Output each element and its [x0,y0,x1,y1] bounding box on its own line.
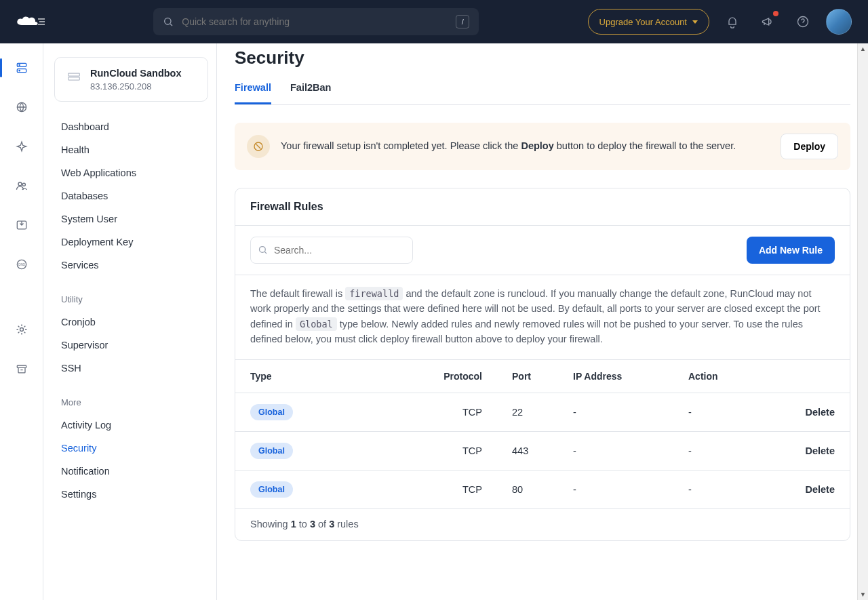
cell-action: - [673,431,782,470]
rules-search[interactable] [250,237,413,264]
cell-protocol: TCP [429,393,497,431]
table-row: GlobalTCP22--Delete [235,393,850,431]
upgrade-account-button[interactable]: Upgrade Your Account [588,9,709,35]
panel-toolbar: Add New Rule [235,226,850,275]
type-badge: Global [250,481,293,498]
slash-hotkey-icon: / [456,15,469,28]
main-content: Security FirewallFail2Ban Your firewall … [217,43,868,600]
deploy-alert: Your firewall setup isn't completed yet.… [235,123,850,170]
global-search-input[interactable] [180,16,449,28]
globe-icon [15,100,28,114]
notification-badge-icon [773,11,778,16]
sidenav-item-dashboard[interactable]: Dashboard [54,115,208,138]
firewall-rules-panel: Firewall Rules Add New Rule The default … [235,188,850,541]
rail-dns[interactable]: DNS [9,252,34,277]
page-title: Security [235,47,850,68]
svg-line-4 [170,24,172,26]
global-search[interactable]: / [153,8,479,35]
cell-port: 22 [497,393,558,431]
inbox-icon [15,218,28,232]
col-protocol: Protocol [429,360,497,393]
cloud-logo-icon [14,14,45,29]
sidenav-item-activity-log[interactable]: Activity Log [54,414,208,437]
sidenav-item-web-applications[interactable]: Web Applications [54,161,208,184]
sidenav-item-deployment-key[interactable]: Deployment Key [54,231,208,254]
cell-protocol: TCP [429,431,497,470]
upgrade-label: Upgrade Your Account [599,17,687,27]
rail-inbox[interactable] [9,213,34,237]
firewalld-code: firewalld [345,287,403,300]
help-button[interactable] [791,9,815,34]
search-icon [163,16,174,27]
add-new-rule-button[interactable]: Add New Rule [747,237,835,264]
cell-ip: - [558,470,673,508]
panel-info-text: The default firewall is firewalld and th… [235,275,850,360]
sidenav-item-cronjob[interactable]: Cronjob [54,311,208,334]
server-icon [15,61,28,75]
svg-point-9 [19,71,20,71]
alert-text: Your firewall setup isn't completed yet.… [281,139,770,154]
logo[interactable] [14,14,45,29]
rail-star[interactable] [9,134,34,159]
svg-rect-19 [68,77,80,80]
scroll-track[interactable] [858,54,868,589]
side-nav-list: DashboardHealthWeb ApplicationsDatabases… [54,115,208,506]
sidenav-item-supervisor[interactable]: Supervisor [54,334,208,357]
delete-rule-link[interactable]: Delete [782,393,850,431]
rail-team[interactable] [9,174,34,198]
rail-archive[interactable] [9,357,34,381]
sidenav-section-label: Utility [54,286,208,311]
scroll-up-icon[interactable]: ▲ [858,43,868,54]
rail-globe[interactable] [9,95,34,119]
tabs: FirewallFail2Ban [235,75,850,105]
sidenav-item-health[interactable]: Health [54,138,208,161]
deploy-button[interactable]: Deploy [781,134,838,159]
app-layout: DNS RunCloud Sandbox 83.136.250.208 Dash… [0,43,868,600]
sidenav-item-databases[interactable]: Databases [54,184,208,207]
rail-settings[interactable] [9,317,34,342]
megaphone-icon [761,15,774,28]
rules-table: Type Protocol Port IP Address Action Glo… [235,360,850,508]
table-row: GlobalTCP80--Delete [235,470,850,508]
svg-point-16 [20,328,23,332]
scrollbar[interactable]: ▲ ▼ [857,43,868,600]
sidenav-item-services[interactable]: Services [54,254,208,277]
tab-firewall[interactable]: Firewall [235,75,271,104]
sidenav-item-ssh[interactable]: SSH [54,357,208,380]
server-card[interactable]: RunCloud Sandbox 83.136.250.208 [54,57,208,102]
global-code: Global [296,317,337,331]
sidenav-item-settings[interactable]: Settings [54,483,208,506]
cell-ip: - [558,431,673,470]
help-icon [796,15,810,28]
archive-icon [15,362,28,376]
col-ip: IP Address [558,360,673,393]
server-name: RunCloud Sandbox [90,67,182,80]
delete-rule-link[interactable]: Delete [782,470,850,508]
sidenav-item-system-user[interactable]: System User [54,207,208,231]
announcements-button[interactable] [755,9,780,34]
team-icon [15,179,28,193]
svg-rect-18 [68,73,80,76]
tab-fail2ban[interactable]: Fail2Ban [290,75,331,104]
sidenav-item-notification[interactable]: Notification [54,460,208,483]
cell-action: - [673,470,782,508]
svg-line-21 [256,144,261,149]
rail-servers[interactable] [9,56,34,80]
col-action: Action [673,360,782,393]
rules-search-input[interactable] [250,237,413,264]
sidenav-item-security[interactable]: Security [54,437,208,460]
table-header-row: Type Protocol Port IP Address Action [235,360,850,393]
side-nav: RunCloud Sandbox 83.136.250.208 Dashboar… [43,43,217,600]
notifications-button[interactable] [720,9,745,34]
avatar[interactable] [826,9,852,35]
cell-port: 443 [497,431,558,470]
svg-point-8 [19,64,20,65]
col-type: Type [235,360,429,393]
panel-title: Firewall Rules [235,188,850,226]
cell-port: 80 [497,470,558,508]
scroll-down-icon[interactable]: ▼ [858,589,868,600]
svg-point-22 [260,247,266,253]
sparkle-icon [15,140,28,153]
delete-rule-link[interactable]: Delete [782,431,850,470]
bell-icon [726,15,739,28]
